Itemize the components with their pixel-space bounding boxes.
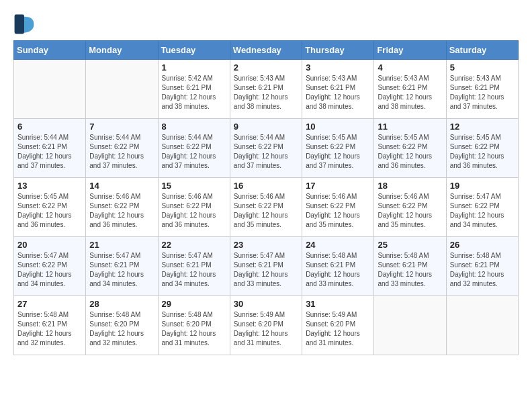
- day-cell: [374, 296, 446, 355]
- day-number: 17: [306, 181, 370, 191]
- day-info: Sunrise: 5:48 AMSunset: 6:21 PMDaylight:…: [450, 251, 515, 289]
- day-number: 18: [378, 181, 442, 191]
- day-info: Sunrise: 5:43 AMSunset: 6:21 PMDaylight:…: [234, 74, 298, 111]
- day-info: Sunrise: 5:48 AMSunset: 6:21 PMDaylight:…: [306, 251, 370, 289]
- day-number: 12: [450, 122, 515, 132]
- day-info: Sunrise: 5:44 AMSunset: 6:22 PMDaylight:…: [162, 133, 226, 171]
- day-cell: [14, 60, 86, 119]
- day-number: 16: [234, 181, 298, 191]
- day-info: Sunrise: 5:48 AMSunset: 6:20 PMDaylight:…: [162, 310, 226, 348]
- header-friday: Friday: [374, 41, 446, 60]
- day-info: Sunrise: 5:44 AMSunset: 6:22 PMDaylight:…: [234, 133, 298, 171]
- day-cell: 17Sunrise: 5:46 AMSunset: 6:22 PMDayligh…: [302, 178, 374, 237]
- day-cell: 18Sunrise: 5:46 AMSunset: 6:22 PMDayligh…: [374, 178, 446, 237]
- day-info: Sunrise: 5:46 AMSunset: 6:22 PMDaylight:…: [306, 192, 370, 230]
- day-number: 9: [234, 122, 298, 132]
- day-cell: 9Sunrise: 5:44 AMSunset: 6:22 PMDaylight…: [230, 119, 302, 178]
- day-cell: 10Sunrise: 5:45 AMSunset: 6:22 PMDayligh…: [302, 119, 374, 178]
- day-number: 7: [89, 122, 154, 132]
- day-info: Sunrise: 5:46 AMSunset: 6:22 PMDaylight:…: [89, 192, 154, 230]
- day-number: 26: [450, 240, 515, 250]
- day-cell: 25Sunrise: 5:48 AMSunset: 6:21 PMDayligh…: [374, 237, 446, 296]
- day-number: 6: [17, 122, 82, 132]
- day-info: Sunrise: 5:46 AMSunset: 6:22 PMDaylight:…: [378, 192, 442, 230]
- day-cell: 11Sunrise: 5:45 AMSunset: 6:22 PMDayligh…: [374, 119, 446, 178]
- day-number: 4: [378, 62, 442, 73]
- day-cell: 1Sunrise: 5:42 AMSunset: 6:21 PMDaylight…: [158, 60, 230, 119]
- day-info: Sunrise: 5:46 AMSunset: 6:22 PMDaylight:…: [162, 192, 226, 230]
- day-cell: 13Sunrise: 5:45 AMSunset: 6:22 PMDayligh…: [14, 178, 86, 237]
- calendar-table: SundayMondayTuesdayWednesdayThursdayFrid…: [13, 40, 519, 355]
- day-number: 20: [17, 240, 82, 250]
- day-info: Sunrise: 5:45 AMSunset: 6:22 PMDaylight:…: [378, 133, 442, 171]
- day-cell: 15Sunrise: 5:46 AMSunset: 6:22 PMDayligh…: [158, 178, 230, 237]
- day-info: Sunrise: 5:48 AMSunset: 6:21 PMDaylight:…: [378, 251, 442, 289]
- day-number: 11: [378, 122, 442, 132]
- day-cell: 14Sunrise: 5:46 AMSunset: 6:22 PMDayligh…: [86, 178, 158, 237]
- day-cell: 30Sunrise: 5:49 AMSunset: 6:20 PMDayligh…: [230, 296, 302, 355]
- header-wednesday: Wednesday: [230, 41, 302, 60]
- day-cell: 29Sunrise: 5:48 AMSunset: 6:20 PMDayligh…: [158, 296, 230, 355]
- day-cell: 5Sunrise: 5:43 AMSunset: 6:21 PMDaylight…: [446, 60, 518, 119]
- logo: [13, 13, 35, 35]
- day-info: Sunrise: 5:45 AMSunset: 6:22 PMDaylight:…: [306, 133, 370, 171]
- day-number: 29: [162, 299, 226, 309]
- day-info: Sunrise: 5:47 AMSunset: 6:22 PMDaylight:…: [17, 251, 82, 289]
- day-cell: 28Sunrise: 5:48 AMSunset: 6:20 PMDayligh…: [86, 296, 158, 355]
- calendar-header-row: SundayMondayTuesdayWednesdayThursdayFrid…: [14, 41, 519, 60]
- week-row-5: 27Sunrise: 5:48 AMSunset: 6:21 PMDayligh…: [14, 296, 519, 355]
- day-number: 3: [306, 62, 370, 73]
- day-cell: 3Sunrise: 5:43 AMSunset: 6:21 PMDaylight…: [302, 60, 374, 119]
- day-info: Sunrise: 5:47 AMSunset: 6:21 PMDaylight:…: [162, 251, 226, 289]
- day-number: 24: [306, 240, 370, 250]
- day-number: 8: [162, 122, 226, 132]
- day-cell: 21Sunrise: 5:47 AMSunset: 6:21 PMDayligh…: [86, 237, 158, 296]
- day-info: Sunrise: 5:44 AMSunset: 6:21 PMDaylight:…: [17, 133, 82, 171]
- header-tuesday: Tuesday: [158, 41, 230, 60]
- day-info: Sunrise: 5:45 AMSunset: 6:22 PMDaylight:…: [450, 133, 515, 171]
- day-info: Sunrise: 5:47 AMSunset: 6:22 PMDaylight:…: [450, 192, 515, 230]
- day-cell: 20Sunrise: 5:47 AMSunset: 6:22 PMDayligh…: [14, 237, 86, 296]
- day-info: Sunrise: 5:42 AMSunset: 6:21 PMDaylight:…: [162, 74, 226, 111]
- day-number: 28: [89, 299, 154, 309]
- day-cell: 12Sunrise: 5:45 AMSunset: 6:22 PMDayligh…: [446, 119, 518, 178]
- week-row-4: 20Sunrise: 5:47 AMSunset: 6:22 PMDayligh…: [14, 237, 519, 296]
- header: [13, 13, 519, 35]
- day-number: 10: [306, 122, 370, 132]
- day-number: 13: [17, 181, 82, 191]
- day-cell: 23Sunrise: 5:47 AMSunset: 6:21 PMDayligh…: [230, 237, 302, 296]
- day-cell: 31Sunrise: 5:49 AMSunset: 6:20 PMDayligh…: [302, 296, 374, 355]
- day-cell: 7Sunrise: 5:44 AMSunset: 6:22 PMDaylight…: [86, 119, 158, 178]
- svg-rect-0: [15, 15, 24, 34]
- day-number: 27: [17, 299, 82, 309]
- day-cell: 22Sunrise: 5:47 AMSunset: 6:21 PMDayligh…: [158, 237, 230, 296]
- day-number: 5: [450, 62, 515, 73]
- day-cell: 26Sunrise: 5:48 AMSunset: 6:21 PMDayligh…: [446, 237, 518, 296]
- week-row-3: 13Sunrise: 5:45 AMSunset: 6:22 PMDayligh…: [14, 178, 519, 237]
- logo-icon: [13, 13, 35, 35]
- day-cell: [446, 296, 518, 355]
- header-monday: Monday: [86, 41, 158, 60]
- day-number: 30: [234, 299, 298, 309]
- day-cell: 4Sunrise: 5:43 AMSunset: 6:21 PMDaylight…: [374, 60, 446, 119]
- day-cell: 24Sunrise: 5:48 AMSunset: 6:21 PMDayligh…: [302, 237, 374, 296]
- day-cell: [86, 60, 158, 119]
- day-cell: 27Sunrise: 5:48 AMSunset: 6:21 PMDayligh…: [14, 296, 86, 355]
- day-number: 23: [234, 240, 298, 250]
- day-cell: 16Sunrise: 5:46 AMSunset: 6:22 PMDayligh…: [230, 178, 302, 237]
- week-row-1: 1Sunrise: 5:42 AMSunset: 6:21 PMDaylight…: [14, 60, 519, 119]
- day-info: Sunrise: 5:43 AMSunset: 6:21 PMDaylight:…: [378, 74, 442, 111]
- day-number: 22: [162, 240, 226, 250]
- day-info: Sunrise: 5:44 AMSunset: 6:22 PMDaylight:…: [89, 133, 154, 171]
- day-info: Sunrise: 5:47 AMSunset: 6:21 PMDaylight:…: [234, 251, 298, 289]
- day-cell: 2Sunrise: 5:43 AMSunset: 6:21 PMDaylight…: [230, 60, 302, 119]
- day-info: Sunrise: 5:43 AMSunset: 6:21 PMDaylight:…: [306, 74, 370, 111]
- day-info: Sunrise: 5:43 AMSunset: 6:21 PMDaylight:…: [450, 74, 515, 111]
- day-cell: 19Sunrise: 5:47 AMSunset: 6:22 PMDayligh…: [446, 178, 518, 237]
- day-info: Sunrise: 5:46 AMSunset: 6:22 PMDaylight:…: [234, 192, 298, 230]
- day-cell: 8Sunrise: 5:44 AMSunset: 6:22 PMDaylight…: [158, 119, 230, 178]
- header-sunday: Sunday: [14, 41, 86, 60]
- day-number: 14: [89, 181, 154, 191]
- week-row-2: 6Sunrise: 5:44 AMSunset: 6:21 PMDaylight…: [14, 119, 519, 178]
- day-info: Sunrise: 5:48 AMSunset: 6:20 PMDaylight:…: [89, 310, 154, 348]
